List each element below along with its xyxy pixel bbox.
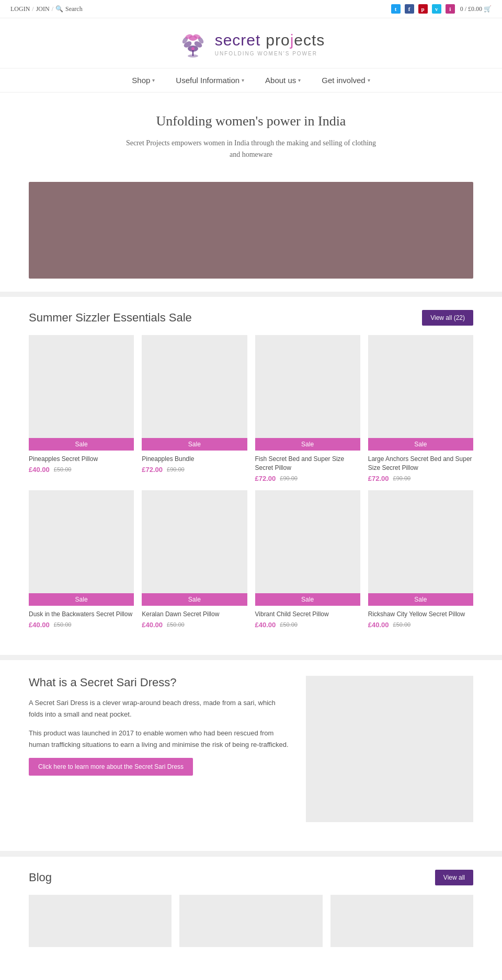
price-current: £72.00 [255,475,276,482]
svg-point-10 [188,54,198,57]
nav-about-us-label: About us [265,76,296,85]
nav-item-about-us[interactable]: About us ▾ [265,76,301,85]
sari-text: What is a Secret Sari Dress? A Secret Sa… [29,676,290,776]
logo-icon [177,29,209,57]
blog-card-2[interactable] [179,895,322,947]
nav-get-involved-label: Get involved [322,76,365,85]
product-image: Sale [142,490,247,606]
blog-header: Blog View all [29,870,473,885]
search-icon: 🔍 [55,5,63,13]
nav-item-useful-info[interactable]: Useful Information ▾ [176,76,244,85]
shop-chevron-icon: ▾ [152,77,155,83]
product-pricing: £40.00£50.00 [368,621,473,629]
product-card[interactable]: SaleLarge Anchors Secret Bed and Super S… [368,335,473,482]
twitter-icon[interactable]: t [391,4,401,14]
product-image: Sale [142,335,247,451]
svg-point-8 [191,47,195,50]
search-label: Search [65,5,83,13]
login-link[interactable]: LOGIN [10,5,30,13]
product-card[interactable]: SaleRickshaw City Yellow Secret Pillow£4… [368,490,473,629]
sale-badge: Sale [368,593,473,606]
tagline: Unfolding Women's Power [215,51,325,56]
price-current: £40.00 [29,621,50,629]
product-pricing: £72.00£90.00 [368,475,473,482]
product-image: Sale [368,490,473,606]
social-icons: t f p v i [391,4,455,14]
sale-badge: Sale [368,438,473,451]
price-original: £90.00 [393,475,411,481]
product-name: Dusk in the Backwaters Secret Pillow [29,610,134,619]
price-original: £50.00 [54,621,72,628]
blog-card[interactable] [29,895,172,947]
logo-text: secret projects Unfolding Women's Power [215,30,325,56]
product-name: Keralan Dawn Secret Pillow [142,610,247,619]
blog-image-2 [179,895,322,947]
hero-image [29,182,473,279]
product-pricing: £40.00£50.00 [255,621,360,629]
product-card[interactable]: SaleVibrant Child Secret Pillow£40.00£50… [255,490,360,629]
join-link[interactable]: JOIN [36,5,50,13]
instagram-icon[interactable]: i [446,4,455,14]
sari-cta-button[interactable]: Click here to learn more about the Secre… [29,758,193,776]
hero-description: Secret Projects empowers women in India … [120,137,382,161]
price-original: £90.00 [167,466,185,472]
product-image: Sale [29,335,134,451]
nav-item-get-involved[interactable]: Get involved ▾ [322,76,370,85]
product-pricing: £40.00£50.00 [29,621,134,629]
sari-title: What is a Secret Sari Dress? [29,676,290,689]
product-name: Pineapples Secret Pillow [29,455,134,464]
about-us-chevron-icon: ▾ [298,77,301,83]
product-image: Sale [29,490,134,606]
section-divider [0,292,502,297]
products-section: Summer Sizzler Essentials Sale View all … [0,297,502,642]
product-pricing: £40.00£50.00 [142,621,247,629]
price-current: £40.00 [255,621,276,629]
nav-item-shop[interactable]: Shop ▾ [132,76,155,85]
logo-area: secret projects Unfolding Women's Power [0,18,502,68]
price-original: £90.00 [280,475,298,481]
products-section-title: Summer Sizzler Essentials Sale [29,311,192,325]
cart-icon: 🛒 [484,5,492,13]
product-name: Vibrant Child Secret Pillow [255,610,360,619]
product-card[interactable]: SalePineapples Secret Pillow£40.00£50.00 [29,335,134,482]
top-bar: LOGIN / JOIN / 🔍 Search t f p v i 0 / £0… [0,0,502,18]
product-card[interactable]: SalePineapples Bundle£72.00£90.00 [142,335,247,482]
main-nav: Shop ▾ Useful Information ▾ About us ▾ G… [0,68,502,93]
brand-name: secret projects [215,30,325,50]
price-current: £40.00 [29,466,50,474]
sari-image [306,676,473,822]
nav-shop-label: Shop [132,76,150,85]
sari-para2: This product was launched in 2017 to ena… [29,728,290,751]
blog-card-3[interactable] [330,895,473,947]
product-card[interactable]: SaleFish Secret Bed and Super Size Secre… [255,335,360,482]
price-original: £50.00 [393,621,411,628]
blog-view-all-button[interactable]: View all [435,870,473,885]
auth-links: LOGIN / JOIN / 🔍 Search [10,5,83,13]
section-divider-2 [0,655,502,660]
sari-para1: A Secret Sari Dress is a clever wrap-aro… [29,697,290,720]
sale-badge: Sale [255,438,360,451]
product-image: Sale [255,490,360,606]
products-section-header: Summer Sizzler Essentials Sale View all … [29,310,473,326]
product-card[interactable]: SaleKeralan Dawn Secret Pillow£40.00£50.… [142,490,247,629]
price-original: £50.00 [54,466,72,472]
divider: / [32,5,33,13]
blog-section: Blog View all [0,856,502,960]
product-image: Sale [255,335,360,451]
cart-info[interactable]: 0 / £0.00 🛒 [460,5,492,13]
product-pricing: £40.00£50.00 [29,466,134,474]
pinterest-icon[interactable]: p [418,4,428,14]
product-card[interactable]: SaleDusk in the Backwaters Secret Pillow… [29,490,134,629]
top-bar-right: t f p v i 0 / £0.00 🛒 [391,4,492,14]
sale-badge: Sale [29,593,134,606]
hero-title: Unfolding women's power in India [10,113,492,129]
products-view-all-button[interactable]: View all (22) [422,310,473,326]
product-image: Sale [368,335,473,451]
search-area[interactable]: 🔍 Search [55,5,83,13]
product-pricing: £72.00£90.00 [255,475,360,482]
facebook-icon[interactable]: f [405,4,414,14]
vimeo-icon[interactable]: v [432,4,441,14]
section-divider-3 [0,851,502,856]
price-current: £72.00 [368,475,389,482]
price-current: £40.00 [142,621,163,629]
